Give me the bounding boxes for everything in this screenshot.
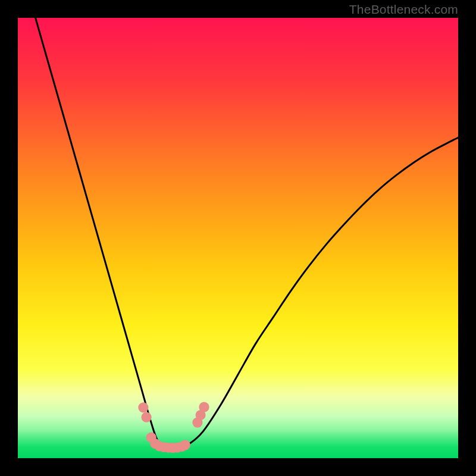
watermark-text: TheBottleneck.com xyxy=(349,2,458,17)
curve-marker xyxy=(141,412,151,422)
chart-area xyxy=(18,18,458,458)
curve-marker xyxy=(180,440,190,450)
bottleneck-curve xyxy=(36,18,458,448)
curve-marker xyxy=(138,402,148,412)
curve-markers xyxy=(138,402,209,453)
curve-marker xyxy=(199,402,209,412)
chart-overlay xyxy=(18,18,458,458)
